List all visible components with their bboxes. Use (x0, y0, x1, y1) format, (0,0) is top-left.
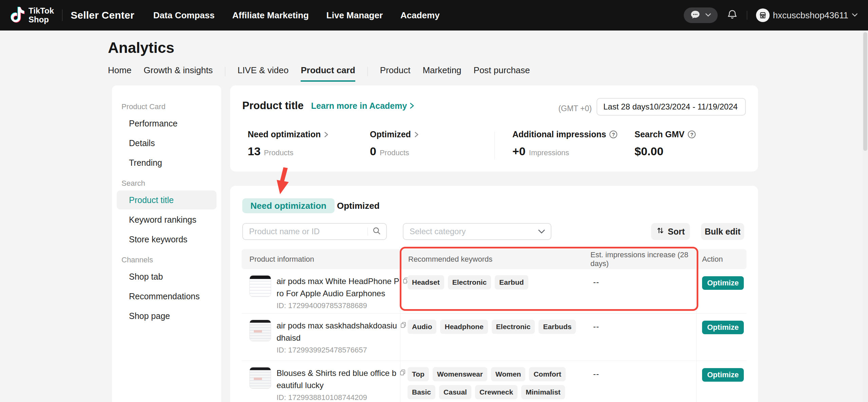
page-title: Analytics (108, 39, 174, 56)
product-title: air pods max saskhadshakdoasiu (277, 320, 397, 332)
account-menu[interactable]: hxcuscbshop43611 (756, 8, 858, 22)
sidebar-item-store-keywords[interactable]: Store keywords (117, 230, 216, 249)
help-icon[interactable]: ? (688, 130, 696, 138)
tab-growth-insights[interactable]: Growth & insights (144, 65, 213, 82)
gmt-label: (GMT +0) (558, 104, 592, 113)
tab-post-purchase[interactable]: Post purchase (474, 65, 530, 82)
tab-home[interactable]: Home (108, 65, 131, 82)
account-name: hxcuscbshop43611 (773, 10, 848, 21)
sort-icon (656, 226, 664, 237)
table-header: Product information Recommended keywords… (242, 249, 747, 269)
keyword-tag[interactable]: Crewneck (475, 385, 517, 399)
analytics-tabs: Home Growth & insights LIVE & video Prod… (108, 65, 530, 82)
nav-divider (62, 9, 62, 21)
scrollbar-thumb[interactable] (863, 32, 867, 151)
keyword-tag[interactable]: Headset (408, 275, 444, 289)
impressions-value: -- (590, 361, 696, 402)
bulk-edit-button[interactable]: Bulk edit (701, 223, 744, 240)
keyword-tag[interactable]: Electronic (448, 275, 491, 289)
tab-need-optimization[interactable]: Need optimization (242, 198, 335, 213)
table-row: air pods max saskhadshakdoasiu dhaisd ID… (242, 314, 747, 361)
chevron-right-icon (324, 132, 328, 138)
keyword-tag[interactable]: Basic (408, 385, 435, 399)
stat-additional-impressions: Additional impressions ? +0 Impressions (512, 129, 617, 158)
nav-item-affiliate-marketing[interactable]: Affiliate Marketing (232, 10, 308, 21)
keyword-tag[interactable]: Earbud (495, 275, 528, 289)
sidebar-item-keyword-rankings[interactable]: Keyword rankings (117, 210, 216, 229)
keyword-tag[interactable]: Earbuds (539, 320, 576, 334)
tab-live-video[interactable]: LIVE & video (238, 65, 288, 82)
optimize-button[interactable]: Optimize (702, 321, 744, 334)
tab-divider (367, 67, 368, 76)
stat-unit: Impressions (529, 148, 569, 157)
table-row: air pods max White HeadPhone P ro For Ap… (242, 269, 747, 314)
products-table: Product information Recommended keywords… (242, 249, 747, 402)
sidebar-item-trending[interactable]: Trending (117, 153, 216, 172)
shop-avatar (756, 8, 770, 22)
category-select[interactable]: Select category (403, 223, 551, 240)
stat-need-optimization-link[interactable]: Need optimization (248, 129, 328, 139)
tab-optimized[interactable]: Optimized (337, 198, 380, 213)
column-action: Action (696, 255, 747, 264)
tab-product[interactable]: Product (380, 65, 411, 82)
messages-button[interactable] (684, 7, 718, 23)
sidebar-section-product-card: Product Card (121, 102, 221, 111)
sidebar-item-recommendations[interactable]: Recommendations (117, 287, 216, 306)
stat-unit: Products (264, 148, 294, 157)
keyword-tag[interactable]: Electronic (492, 320, 535, 334)
keyword-tag[interactable]: Women (491, 367, 525, 381)
overview-title: Product title (242, 100, 304, 112)
sidebar-item-performance[interactable]: Performance (117, 114, 216, 133)
stat-value: 0 (370, 145, 376, 158)
app-name[interactable]: Seller Center (71, 9, 134, 21)
tab-product-card[interactable]: Product card (301, 65, 355, 82)
nav-item-live-manager[interactable]: Live Manager (326, 10, 383, 21)
tiktok-shop-logo[interactable]: TikTok Shop (10, 6, 54, 25)
academy-link[interactable]: Learn more in Academy (311, 101, 415, 111)
tab-marketing[interactable]: Marketing (422, 65, 461, 82)
search-icon[interactable] (372, 226, 381, 237)
nav-item-academy[interactable]: Academy (400, 10, 440, 21)
chevron-right-icon (414, 132, 419, 138)
keyword-tag[interactable]: Minimalist (521, 385, 565, 399)
notifications-bell-icon[interactable] (727, 9, 738, 22)
keyword-tag[interactable]: Womenswear (433, 367, 487, 381)
sidebar-item-shop-page[interactable]: Shop page (117, 306, 216, 325)
keyword-tag[interactable]: Comfort (529, 367, 566, 381)
product-title-line2: eautiful lucky (277, 379, 406, 391)
product-image[interactable] (249, 275, 271, 297)
sort-button[interactable]: Sort (651, 223, 690, 240)
nav-item-data-compass[interactable]: Data Compass (153, 10, 215, 21)
product-image[interactable] (249, 320, 271, 341)
top-nav: TikTok Shop Seller Center Data Compass A… (0, 0, 868, 31)
product-id: ID: 1729939925478576657 (277, 344, 407, 356)
brand-line-1: TikTok (29, 6, 54, 15)
stat-search-gmv: Search GMV ? $0.00 (635, 129, 696, 158)
sidebar-section-search: Search (121, 179, 221, 188)
keyword-tag[interactable]: Audio (408, 320, 436, 334)
sidebar-item-details[interactable]: Details (117, 134, 216, 153)
impressions-value: -- (590, 314, 696, 361)
stat-value: $0.00 (635, 145, 663, 158)
stat-optimized: Optimized 0 Products (370, 129, 419, 158)
product-title: Blouses & Shirts red blue office b (277, 367, 396, 379)
keyword-tag[interactable]: Headphone (440, 320, 488, 334)
table-row: Blouses & Shirts red blue office b eauti… (242, 361, 747, 402)
stat-need-optimization: Need optimization 13 Products (248, 129, 328, 158)
tiktok-note-icon (10, 6, 25, 25)
sidebar-item-product-title[interactable]: Product title (117, 190, 216, 209)
product-search-field[interactable] (242, 223, 387, 240)
keyword-tag[interactable]: Casual (439, 385, 471, 399)
help-icon[interactable]: ? (609, 130, 617, 138)
product-title-line2: ro For Apple Audio Earphones (277, 287, 409, 300)
optimize-button[interactable]: Optimize (702, 276, 744, 290)
optimize-button[interactable]: Optimize (702, 368, 744, 382)
search-input[interactable] (249, 227, 367, 236)
date-range-picker[interactable]: Last 28 days10/23/2024 - 11/19/2024 (597, 98, 746, 116)
sidebar-item-shop-tab[interactable]: Shop tab (117, 267, 216, 286)
keyword-tag[interactable]: Top (408, 367, 429, 381)
product-image[interactable] (249, 367, 271, 389)
search-divider (367, 227, 368, 236)
stat-optimized-link[interactable]: Optimized (370, 129, 419, 139)
overview-card: Product title Learn more in Academy (GMT… (230, 85, 758, 172)
